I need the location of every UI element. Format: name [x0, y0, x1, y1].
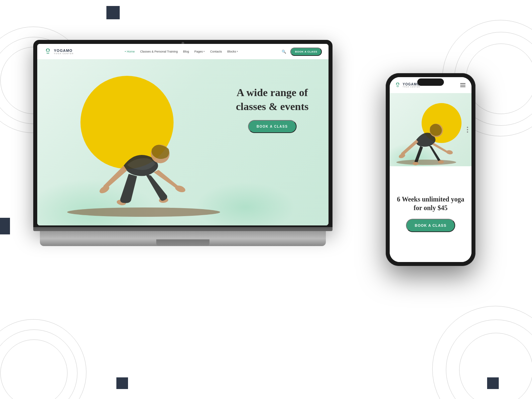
laptop-base	[40, 231, 326, 246]
nav-link-home[interactable]: Home	[125, 50, 135, 53]
laptop-brand-tagline: YOGA CENTER	[54, 53, 74, 55]
phone-yogamo-logo-icon	[394, 82, 401, 88]
phone-hero-section	[390, 93, 471, 166]
three-dots-menu-icon[interactable]	[467, 127, 468, 133]
laptop-hero-text: A wide range of classes & events BOOK A …	[236, 86, 309, 133]
laptop-navbar: YOGAMO YOGA CENTER Home Classes & Person…	[37, 44, 329, 59]
decorative-square-5	[487, 377, 499, 389]
laptop-screen: YOGAMO YOGA CENTER Home Classes & Person…	[37, 44, 329, 225]
phone-dynamic-island	[417, 78, 444, 86]
search-icon[interactable]: 🔍	[282, 50, 286, 54]
yogamo-logo-icon	[44, 48, 52, 56]
svg-point-10	[396, 83, 397, 84]
hamburger-menu-icon[interactable]	[459, 82, 467, 88]
hamburger-line-1	[460, 83, 466, 84]
nav-link-blog[interactable]: Blog	[183, 50, 189, 53]
svg-point-15	[446, 150, 453, 155]
laptop-nav-book-button[interactable]: BOOK A CLASS	[290, 48, 322, 56]
phone-brand-tagline: YOGA CENTER	[403, 86, 420, 88]
laptop-hinge	[33, 227, 332, 231]
nav-link-pages[interactable]: Pages ▾	[194, 50, 205, 53]
phone-screen: YOGAMO YOGA CENTER	[390, 77, 471, 262]
laptop-screen-frame: YOGAMO YOGA CENTER Home Classes & Person…	[33, 40, 332, 229]
laptop-logo: YOGAMO YOGA CENTER	[44, 48, 84, 56]
svg-point-16	[413, 162, 419, 165]
phone-book-button[interactable]: BOOK A CLASS	[406, 219, 455, 232]
yoga-person-illustration	[57, 106, 230, 219]
decorative-square-4	[116, 377, 128, 389]
hero-book-button[interactable]: BOOK A CLASS	[248, 120, 297, 133]
phone-frame: YOGAMO YOGA CENTER	[386, 73, 475, 266]
phone-content-card: 6 Weeks unlimited yoga for only $45 BOOK…	[390, 166, 471, 262]
dot-2	[467, 129, 468, 130]
laptop-brand-name: YOGAMO	[54, 49, 74, 53]
pages-dropdown-arrow: ▾	[203, 50, 205, 53]
nav-link-blocks[interactable]: Blocks ▾	[227, 50, 238, 53]
hamburger-line-3	[460, 86, 466, 87]
phone-yoga-illustration	[393, 110, 460, 166]
laptop-logo-text: YOGAMO YOGA CENTER	[54, 49, 74, 55]
laptop-base-notch	[156, 239, 209, 246]
decorative-square-2	[0, 218, 10, 234]
svg-point-11	[398, 83, 399, 84]
svg-point-3	[67, 207, 220, 217]
laptop-nav-links: Home Classes & Personal Training Blog Pa…	[84, 50, 279, 53]
decorative-circle-bottom-left	[0, 319, 86, 399]
phone-logo: YOGAMO YOGA CENTER	[394, 82, 420, 88]
nav-link-classes[interactable]: Classes & Personal Training	[140, 50, 178, 53]
svg-point-2	[49, 50, 50, 51]
dot-3	[467, 131, 468, 133]
phone-device: YOGAMO YOGA CENTER	[386, 73, 475, 266]
laptop-hero-section: A wide range of classes & events BOOK A …	[37, 59, 329, 225]
svg-point-1	[47, 50, 48, 51]
decorative-square-1	[106, 6, 120, 19]
hamburger-line-2	[460, 85, 466, 85]
svg-point-12	[396, 160, 456, 165]
hero-heading: A wide range of classes & events	[236, 86, 309, 113]
decorative-circle-bottom-right	[432, 306, 532, 399]
phone-card-title: 6 Weeks unlimited yoga for only $45	[396, 195, 465, 212]
blocks-dropdown-arrow: ▾	[237, 50, 238, 53]
laptop-device: YOGAMO YOGA CENTER Home Classes & Person…	[33, 40, 332, 246]
svg-point-17	[438, 160, 444, 164]
nav-link-contacts[interactable]: Contacts	[210, 50, 222, 53]
dot-1	[467, 127, 468, 128]
